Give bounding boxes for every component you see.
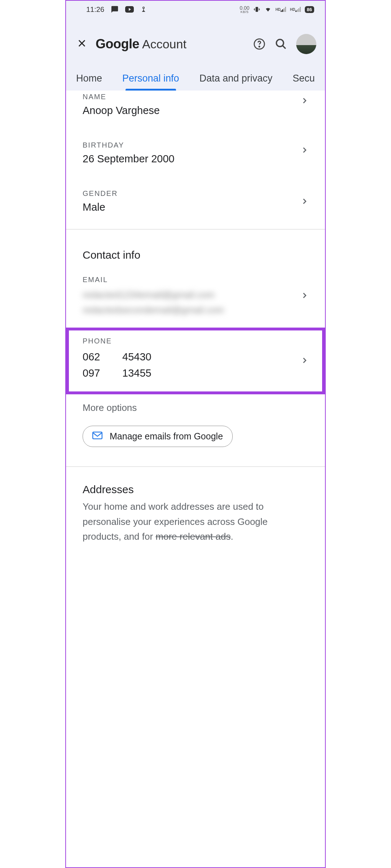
svg-rect-5 bbox=[284, 8, 285, 12]
email-values: redacted1234email@gmail.com redactedseco… bbox=[83, 288, 308, 317]
chevron-right-icon bbox=[300, 97, 308, 106]
birthday-value: 26 September 2000 bbox=[83, 153, 308, 165]
svg-rect-14 bbox=[93, 432, 102, 439]
name-row[interactable]: NAME Anoop Varghese bbox=[66, 91, 325, 127]
gender-label: GENDER bbox=[83, 189, 308, 198]
more-options-link[interactable]: More options bbox=[66, 394, 325, 426]
contact-info-title: Contact info bbox=[66, 229, 325, 265]
mail-icon bbox=[92, 431, 102, 442]
tabs: Home Personal info Data and privacy Secu bbox=[66, 63, 325, 91]
birthday-label: BIRTHDAY bbox=[83, 141, 308, 149]
phone-row[interactable]: PHONE 06245430 09713455 bbox=[66, 328, 325, 394]
svg-rect-8 bbox=[297, 9, 298, 12]
search-icon[interactable] bbox=[274, 38, 287, 51]
wifi-icon bbox=[264, 6, 272, 13]
signal-2-icon: HD bbox=[290, 7, 301, 12]
addresses-title: Addresses bbox=[66, 467, 325, 499]
battery-indicator: 86 bbox=[305, 6, 314, 13]
name-label: NAME bbox=[83, 93, 308, 101]
app-title: Google Account bbox=[96, 36, 244, 52]
tab-home[interactable]: Home bbox=[66, 69, 112, 91]
svg-rect-2 bbox=[255, 7, 258, 12]
phone-values: 06245430 09713455 bbox=[83, 349, 308, 381]
youtube-icon bbox=[125, 6, 134, 13]
chevron-right-icon bbox=[300, 197, 308, 207]
status-bar: 11:26 0.00 KB/S HD HD 86 bbox=[66, 1, 325, 18]
chat-icon bbox=[111, 5, 119, 13]
account-label: Account bbox=[142, 37, 186, 51]
close-icon[interactable] bbox=[77, 37, 87, 51]
svg-point-13 bbox=[276, 39, 284, 47]
manage-emails-button[interactable]: Manage emails from Google bbox=[83, 426, 233, 447]
signal-1-icon: HD bbox=[276, 7, 286, 12]
tab-personal-info[interactable]: Personal info bbox=[112, 69, 189, 91]
help-icon[interactable] bbox=[253, 38, 266, 51]
svg-point-1 bbox=[143, 7, 145, 9]
tab-security[interactable]: Secu bbox=[282, 69, 325, 91]
svg-rect-9 bbox=[298, 8, 299, 12]
status-time: 11:26 bbox=[86, 5, 104, 14]
svg-point-12 bbox=[259, 46, 260, 47]
email-label: EMAIL bbox=[83, 276, 308, 284]
app-bar: Google Account bbox=[66, 18, 325, 63]
name-value: Anoop Varghese bbox=[83, 105, 308, 117]
avatar[interactable] bbox=[296, 34, 316, 54]
svg-rect-7 bbox=[295, 10, 296, 12]
svg-rect-10 bbox=[300, 7, 301, 12]
location-icon bbox=[140, 6, 147, 13]
gender-value: Male bbox=[83, 201, 308, 213]
data-rate-indicator: 0.00 KB/S bbox=[240, 5, 249, 14]
addresses-description: Your home and work addresses are used to… bbox=[66, 499, 325, 552]
chevron-right-icon bbox=[300, 291, 308, 301]
svg-rect-6 bbox=[285, 7, 286, 12]
vibrate-icon bbox=[253, 6, 260, 13]
svg-rect-4 bbox=[282, 9, 283, 12]
google-logo: Google bbox=[96, 36, 139, 52]
phone-label: PHONE bbox=[83, 337, 308, 345]
chevron-right-icon bbox=[300, 356, 308, 366]
chevron-right-icon bbox=[300, 146, 308, 155]
gender-row[interactable]: GENDER Male bbox=[66, 175, 325, 229]
tab-data-privacy[interactable]: Data and privacy bbox=[189, 69, 283, 91]
birthday-row[interactable]: BIRTHDAY 26 September 2000 bbox=[66, 127, 325, 175]
svg-rect-3 bbox=[281, 10, 282, 12]
email-row[interactable]: EMAIL redacted1234email@gmail.com redact… bbox=[66, 265, 325, 328]
manage-emails-label: Manage emails from Google bbox=[110, 431, 223, 442]
